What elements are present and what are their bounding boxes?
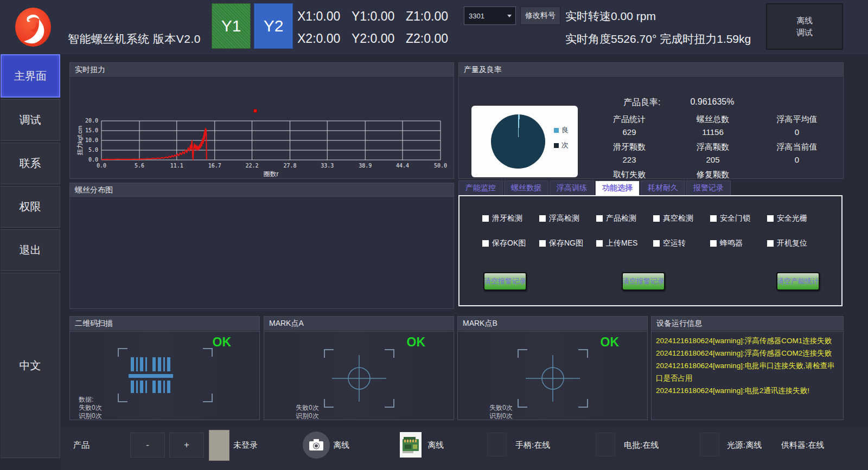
driver-status-label: 电批:在线 [624, 440, 659, 450]
sidebar-item-permission[interactable]: 权限 [1, 186, 60, 228]
y1-button[interactable]: Y1 [212, 3, 251, 49]
legend-defect-swatch [554, 143, 559, 148]
svg-text:50.0: 50.0 [434, 163, 447, 169]
realtime-rpm-text: 实时转速0.00 rpm [565, 9, 656, 24]
y2-button[interactable]: Y2 [254, 3, 293, 49]
yield-rate-value: 0.961635% [690, 97, 734, 108]
clear-alarm-record-button-1[interactable]: 清空报警记录 [483, 272, 527, 291]
sidebar-nav: 主界面 调试 联系 权限 退出 中文 [0, 54, 61, 458]
camera-status-label: 离线 [333, 440, 349, 450]
checkbox-save-ok-img[interactable]: 保存OK图 [482, 239, 539, 248]
checkbox-dry-run[interactable]: 空运转 [653, 239, 710, 248]
series-marker-dot [253, 109, 257, 113]
tab-screw-data[interactable]: 螺丝数据 [504, 181, 548, 195]
checkbox-product-detect[interactable]: 产品检测 [596, 214, 653, 223]
tab-consumable-durability[interactable]: 耗材耐久 [641, 181, 685, 195]
checkbox-boot-reset[interactable]: 开机复位 [767, 239, 824, 248]
capture-card-icon[interactable] [400, 432, 422, 458]
panel-title: MARK点A [264, 316, 454, 331]
realtime-angle-torque-text: 实时角度5526.70° 完成时扭力1.59kg [565, 31, 751, 47]
panel-title: 产量及良率 [458, 62, 844, 78]
svg-text:27.8: 27.8 [283, 163, 296, 169]
product-label: 产品 [73, 440, 90, 450]
checkbox-safety-grating[interactable]: 安全光栅 [767, 214, 824, 223]
app-window: 智能螺丝机系统 版本V2.0 Y1 Y2 X1:0.00 Y1:0.00 Z1:… [0, 0, 868, 470]
mark-b-status-badge: OK [601, 335, 620, 350]
mark-point-b-panel: MARK点B OK 失败0次 识别0次 [457, 316, 648, 420]
tab-capacity-monitor[interactable]: 产能监控 [458, 181, 503, 195]
sidebar-item-contact[interactable]: 联系 [1, 143, 60, 184]
coord-y2: Y2:0.00 [352, 31, 406, 46]
product-minus-button[interactable]: - [130, 433, 165, 458]
function-select-tab-content: 滑牙检测 浮高检测 产品检测 真空检测 安全门锁 安全光栅 保存OK图 保存NG… [458, 195, 843, 306]
checkbox-icon [653, 215, 660, 222]
torque-chart-area: 0.05.010.015.020.00.05.611.116.722.227.8… [69, 78, 454, 179]
sidebar-item-debug[interactable]: 调试 [1, 99, 60, 141]
device-log-panel: 设备运行信息 20241216180624[warning]:浮高传感器COM1… [651, 316, 844, 420]
svg-text:38.9: 38.9 [359, 163, 372, 169]
panel-title: MARK点B [457, 316, 648, 331]
checkbox-icon [482, 240, 489, 247]
svg-text:22.2: 22.2 [245, 163, 258, 169]
checkbox-icon [596, 240, 603, 247]
modify-part-number-button[interactable]: 修改料号 [520, 7, 560, 25]
handle-status-label: 手柄:在线 [515, 440, 550, 450]
axis-coordinates: X1:0.00 Y1:0.00 Z1:0.00 X2:0.00 Y2:0.00 … [297, 5, 460, 50]
checkbox-vacuum-detect[interactable]: 真空检测 [653, 214, 710, 223]
screw-distribution-panel: 螺丝分布图 [69, 183, 454, 309]
checkbox-icon [767, 240, 774, 247]
mark-b-camera-view: OK 失败0次 识别0次 [457, 331, 648, 420]
function-tab-group: 产能监控 螺丝数据 浮高训练 功能选择 耗材耐久 报警记录 滑牙检测 浮高检测 … [458, 181, 844, 307]
yield-pie-chart [491, 114, 545, 169]
checkbox-float-detect[interactable]: 浮高检测 [539, 214, 596, 223]
svg-text:44.4: 44.4 [396, 163, 409, 169]
camera-icon[interactable] [303, 432, 330, 459]
yield-pie-card: 良 次 [471, 106, 578, 177]
coord-z2: Z2:0.00 [406, 31, 460, 46]
feeder-status-label: 供料器:在线 [781, 440, 824, 450]
checkbox-buzzer[interactable]: 蜂鸣器 [710, 239, 767, 248]
app-title: 智能螺丝机系统 版本V2.0 [68, 31, 201, 47]
qr-scan-panel: 二维码扫描 OK 数据: 失败0次 识别0次 [69, 316, 260, 420]
stat-screw-total: 螺丝总数11156 [671, 114, 755, 140]
device-log-list[interactable]: 20241216180624[warning]:浮高传感器COM1连接失败 20… [651, 331, 844, 420]
tab-alarm-record[interactable]: 报警记录 [686, 181, 731, 195]
torque-line-chart: 0.05.010.015.020.00.05.611.116.722.227.8… [75, 115, 450, 179]
clear-capacity-stats-button[interactable]: 清空产能统计 [776, 272, 820, 291]
mark-a-frame-brackets [324, 349, 394, 408]
sidebar-item-main[interactable]: 主界面 [1, 54, 60, 98]
light-indicator [700, 433, 719, 456]
tab-function-select[interactable]: 功能选择 [595, 181, 640, 195]
svg-text:16.7: 16.7 [208, 163, 221, 169]
checkbox-strip-detect[interactable]: 滑牙检测 [482, 214, 539, 223]
legend-defect-label: 次 [561, 140, 569, 150]
offline-debug-button[interactable]: 离线 调试 [766, 3, 843, 50]
crosshair-icon [329, 354, 389, 403]
checkbox-icon [653, 240, 660, 247]
stat-product-count: 产品统计629 [588, 114, 671, 140]
svg-text:扭力kgf.cm: 扭力kgf.cm [76, 126, 83, 155]
header-bar: 智能螺丝机系统 版本V2.0 Y1 Y2 X1:0.00 Y1:0.00 Z1:… [0, 0, 868, 54]
clear-alarm-record-button-2[interactable]: 清空报警记录 [622, 272, 665, 291]
checkbox-icon [539, 240, 546, 247]
yield-rate-row: 产品良率: 0.961635% [623, 97, 734, 108]
log-message: 20241216180624[warning]:电批2通讯连接失败! [656, 384, 839, 397]
svg-text:圈数r: 圈数r [264, 170, 279, 178]
checkbox-safety-door[interactable]: 安全门锁 [710, 214, 767, 223]
part-number-select[interactable]: 3301 [464, 7, 516, 25]
stat-float-count: 浮高颗数205 [671, 142, 755, 168]
user-avatar[interactable] [209, 430, 229, 461]
function-checkbox-grid: 滑牙检测 浮高检测 产品检测 真空检测 安全门锁 安全光栅 保存OK图 保存NG… [482, 214, 824, 248]
checkbox-icon [539, 215, 546, 222]
checkbox-upload-mes[interactable]: 上传MES [596, 239, 653, 248]
part-number-value: 3301 [469, 12, 484, 20]
sidebar-item-language[interactable]: 中文 [1, 273, 60, 458]
barcode-icon [129, 357, 202, 393]
checkbox-save-ng-img[interactable]: 保存NG图 [539, 239, 596, 248]
sidebar-item-exit[interactable]: 退出 [1, 229, 60, 271]
coord-z1: Z1:0.00 [406, 9, 460, 24]
product-plus-button[interactable]: + [169, 433, 204, 458]
checkbox-icon [767, 215, 774, 222]
yield-panel: 产量及良率 良 次 产品良率: 0.961635% 产品统计629 螺丝总数11… [458, 62, 844, 179]
tab-float-training[interactable]: 浮高训练 [550, 181, 594, 195]
